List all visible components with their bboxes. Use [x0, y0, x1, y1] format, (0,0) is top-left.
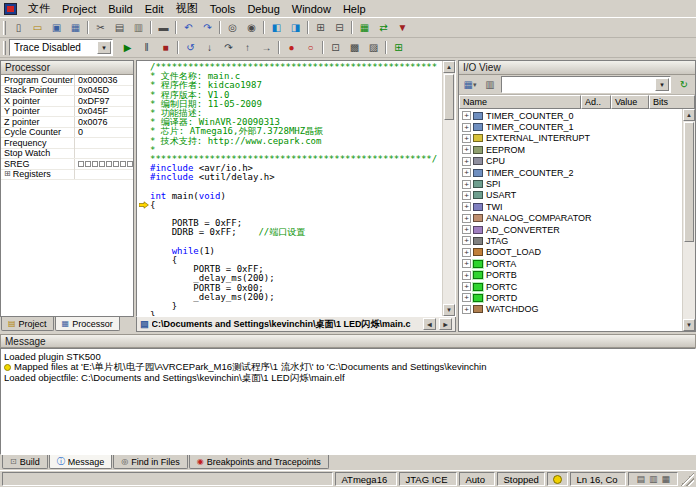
expand-icon[interactable]: +	[462, 271, 471, 280]
toggle-breakpoint-button[interactable]: ●	[282, 39, 301, 56]
expand-icon[interactable]: +	[462, 202, 471, 211]
step-over-button[interactable]: ↷	[219, 39, 238, 56]
scrollbar-track[interactable]	[443, 121, 455, 304]
menu-item-0[interactable]: 文件	[22, 0, 56, 17]
chevron-down-icon[interactable]: ▾	[97, 41, 111, 54]
io-row-portb[interactable]: +PORTB	[459, 269, 682, 280]
processor-row[interactable]: ⊞Registers	[1, 170, 133, 181]
connect-button[interactable]: ⇄	[374, 19, 393, 36]
io-row-jtag[interactable]: +JTAG	[459, 235, 682, 246]
scroll-up-icon[interactable]: ▲	[683, 109, 695, 121]
new-file-button[interactable]: ▯	[9, 19, 28, 36]
find-in-files-button[interactable]: ◉	[242, 19, 261, 36]
save-all-button[interactable]: ▦	[66, 19, 85, 36]
processor-row[interactable]: Z pointer0x0076	[1, 117, 133, 128]
expand-icon[interactable]: +	[462, 236, 471, 245]
reset-button[interactable]: ↺	[181, 39, 200, 56]
menu-item-8[interactable]: Help	[337, 2, 372, 16]
io-row-cpu[interactable]: +CPU	[459, 156, 682, 167]
sreg-bit-checkbox[interactable]	[92, 161, 98, 167]
expand-icon[interactable]: +	[462, 123, 471, 132]
output-tab-build[interactable]: ⊡Build	[2, 455, 48, 469]
processor-row[interactable]: Stop Watch	[1, 149, 133, 160]
expand-icon[interactable]: +	[462, 225, 471, 234]
menu-item-3[interactable]: Edit	[139, 2, 170, 16]
run-to-cursor-button[interactable]: →	[257, 39, 276, 56]
processor-row[interactable]: Y pointer0x045F	[1, 107, 133, 118]
sreg-bit-checkbox[interactable]	[78, 161, 84, 167]
sreg-bit-checkbox[interactable]	[127, 161, 133, 167]
io-row-watchdog[interactable]: +WATCHDOG	[459, 304, 682, 315]
print-button[interactable]: ▬	[154, 19, 173, 36]
step-into-button[interactable]: ↓	[200, 39, 219, 56]
processor-row[interactable]: SREG	[1, 159, 133, 170]
expand-icon[interactable]: +	[462, 305, 471, 314]
expand-icon[interactable]: +	[462, 168, 471, 177]
new-project-button[interactable]: ⊞	[311, 19, 330, 36]
expand-icon[interactable]: +	[462, 145, 471, 154]
processor-row[interactable]: Program Counter0x000036	[1, 75, 133, 86]
next-bookmark-button[interactable]: ◨	[286, 19, 305, 36]
io-vertical-scrollbar[interactable]: ▲ ▼	[682, 109, 695, 331]
sreg-bit-checkbox[interactable]	[113, 161, 119, 167]
menu-item-5[interactable]: Tools	[204, 2, 242, 16]
quickwatch-button[interactable]: ⊡	[326, 39, 345, 56]
memory-view-button[interactable]: ▩	[345, 39, 364, 56]
menu-item-2[interactable]: Build	[102, 2, 138, 16]
cut-button[interactable]: ✂	[91, 19, 110, 36]
sreg-bit-checkbox[interactable]	[85, 161, 91, 167]
expand-icon[interactable]: +	[462, 111, 471, 120]
expand-icon[interactable]: +	[462, 191, 471, 200]
stop-debugging-button[interactable]: ■	[156, 39, 175, 56]
io-row-twi[interactable]: +TWI	[459, 201, 682, 212]
scrollbar-track[interactable]	[683, 243, 695, 319]
code-area[interactable]: /***************************************…	[137, 61, 442, 316]
open-file-button[interactable]: ▭	[28, 19, 47, 36]
resize-grip[interactable]	[680, 472, 694, 486]
processor-row[interactable]: Stack Pointer0x045D	[1, 86, 133, 97]
save-button[interactable]: ▣	[47, 19, 66, 36]
simulator-options-button[interactable]: ▼	[393, 19, 412, 36]
scroll-up-icon[interactable]: ▲	[443, 61, 455, 73]
toolbar-grip[interactable]	[3, 21, 6, 35]
open-project-button[interactable]: ⊟	[330, 19, 349, 36]
output-tab-find-in-files[interactable]: ◎Find in Files	[113, 455, 188, 469]
find-button[interactable]: ◎	[223, 19, 242, 36]
tab-project[interactable]: ▤Project	[1, 317, 54, 331]
sreg-bit-checkbox[interactable]	[120, 161, 126, 167]
io-row-analog_comparator[interactable]: +ANALOG_COMPARATOR	[459, 213, 682, 224]
remove-breakpoints-button[interactable]: ○	[301, 39, 320, 56]
paste-button[interactable]: ▥	[129, 19, 148, 36]
editor-vertical-scrollbar[interactable]: ▲ ▼	[442, 61, 455, 316]
device-programming-button[interactable]: ▦	[355, 19, 374, 36]
message-log[interactable]: Loaded plugin STK500Mapped files at 'E:\…	[0, 348, 696, 455]
io-view-toggle-button[interactable]: ⊞	[389, 39, 408, 56]
io-view-mode-button[interactable]: ▦▾	[461, 77, 479, 93]
output-tab-breakpoints-and-tracepoints[interactable]: ◉Breakpoints and Tracepoints	[189, 455, 329, 469]
pause-button[interactable]: ‖	[137, 39, 156, 56]
expand-icon[interactable]: +	[462, 214, 471, 223]
sreg-bit-checkbox[interactable]	[99, 161, 105, 167]
expand-icon[interactable]: +	[462, 157, 471, 166]
menu-item-6[interactable]: Debug	[241, 2, 285, 16]
step-out-button[interactable]: ↑	[238, 39, 257, 56]
io-row-porta[interactable]: +PORTA	[459, 258, 682, 269]
io-row-portd[interactable]: +PORTD	[459, 292, 682, 303]
expand-icon[interactable]: +	[462, 293, 471, 302]
expand-icon[interactable]: ⊞	[4, 170, 11, 178]
io-row-timer_counter_0[interactable]: +TIMER_COUNTER_0	[459, 110, 682, 121]
copy-button[interactable]: ▤	[110, 19, 129, 36]
scrollbar-thumb[interactable]	[684, 122, 694, 242]
processor-row[interactable]: Frequency	[1, 138, 133, 149]
toggle-bookmark-button[interactable]: ◧	[267, 19, 286, 36]
tab-processor[interactable]: ▦Processor	[55, 317, 120, 331]
trace-combo[interactable]: Trace Disabled ▾	[9, 39, 113, 56]
expand-icon[interactable]: +	[462, 134, 471, 143]
io-column-header-name[interactable]: Name	[459, 95, 581, 109]
io-row-spi[interactable]: +SPI	[459, 178, 682, 189]
io-column-header-bits[interactable]: Bits	[649, 95, 695, 109]
document-path-tab[interactable]: C:\Documents and Settings\kevinchin\桌面\1…	[152, 318, 420, 331]
scroll-down-icon[interactable]: ▼	[683, 319, 695, 331]
io-row-timer_counter_1[interactable]: +TIMER_COUNTER_1	[459, 121, 682, 132]
io-row-external_interrupt[interactable]: +EXTERNAL_INTERRUPT	[459, 133, 682, 144]
